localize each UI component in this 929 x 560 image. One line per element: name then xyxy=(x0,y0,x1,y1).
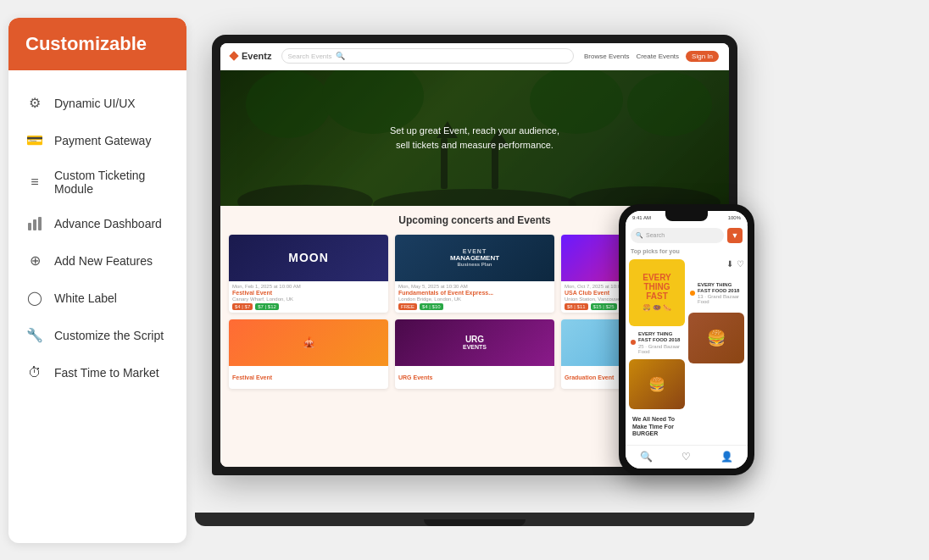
sidebar-item-advance-dashboard[interactable]: Advance Dashboard xyxy=(8,206,186,241)
event-card-4-info: Festival Event xyxy=(229,366,388,389)
phone-filter-button[interactable]: ▼ xyxy=(727,228,743,243)
svg-rect-0 xyxy=(28,223,31,230)
list-dot-orange xyxy=(690,291,695,296)
phone-list-item-2[interactable]: EVERY THING FAST FOOD 2018 13 · Grand Ba… xyxy=(688,280,744,306)
phone-right-col: ⬇ ♡ EVERY THING FAST FOOD 2018 xyxy=(688,259,744,441)
phone-burger-text: We All Need To Make Time For BURGER xyxy=(629,413,685,441)
phone-featured-card[interactable]: EVERYTHINGFAST 🍔 🍩 🌭 xyxy=(629,259,685,327)
phone-burger-image: 🍔 xyxy=(629,359,685,410)
sidebar-item-payment-gateway[interactable]: 💳 Payment Gateway xyxy=(8,123,186,158)
event-name: Festival Event xyxy=(232,374,385,380)
website-navbar: Eventz Search Events 🔍 Browse Events Cre… xyxy=(220,43,729,70)
ticket-icon: ≡ xyxy=(25,173,44,191)
left-panel: Customizable ⚙ Dynamic UI/UX 💳 Payment G… xyxy=(8,18,186,543)
event-location xyxy=(232,381,385,386)
phone-search-input[interactable]: 🔍 Search xyxy=(631,228,724,243)
event-name: URG Events xyxy=(398,374,551,380)
browse-events-link[interactable]: Browse Events xyxy=(584,53,629,60)
phone-search-bar: 🔍 Search ▼ xyxy=(626,225,748,247)
burger-title: We All Need To Make Time For BURGER xyxy=(632,416,681,437)
event-card-5-image: URG EVENTS xyxy=(395,319,554,366)
list-dot-red xyxy=(631,340,636,345)
event-date xyxy=(398,369,551,374)
hero-line1: Set up great Event, reach your audience, xyxy=(390,124,559,138)
sidebar-item-label: Fast Time to Market xyxy=(54,366,159,380)
event-price: $4 | $7 $7 | $12 xyxy=(232,303,385,310)
list-item-2-title: EVERY THING FAST FOOD 2018 xyxy=(698,282,743,294)
laptop-base xyxy=(195,513,754,526)
sidebar-item-dynamic-ui[interactable]: ⚙ Dynamic UI/UX xyxy=(8,86,186,121)
event-card-2-info: Mon, May 5, 2025 at 10:30 AM Fundamental… xyxy=(395,281,554,313)
filter-icon: ▼ xyxy=(732,231,739,240)
sidebar-item-label: Advance Dashboard xyxy=(54,217,162,230)
phone-heart-nav-icon[interactable]: ♡ xyxy=(681,451,691,463)
phone-body: 9:41 AM 100% 🔍 Search ▼ To xyxy=(619,204,754,475)
phone-notch xyxy=(665,211,708,221)
gear-icon: ⚙ xyxy=(25,94,44,113)
phone-bottom-nav: 🔍 ♡ 👤 xyxy=(626,445,748,469)
phone-person-nav-icon[interactable]: 👤 xyxy=(720,451,733,463)
laptop-mockup: Eventz Search Events 🔍 Browse Events Cre… xyxy=(212,35,737,526)
phone-burger2-image: 🍔 xyxy=(688,313,744,363)
svg-rect-1 xyxy=(33,219,36,230)
event-card-5-info: URG Events xyxy=(395,366,554,389)
creditcard-icon: 💳 xyxy=(25,131,44,150)
download-icon[interactable]: ⬇ xyxy=(726,259,733,269)
event-card-5[interactable]: URG EVENTS URG Events xyxy=(395,319,554,389)
event-card-2[interactable]: EVENT MANAGEMENT Business Plan Mon, May … xyxy=(395,235,554,313)
sign-in-button[interactable]: Sign In xyxy=(686,51,719,62)
event-card-4[interactable]: 🎪 Festival Event xyxy=(229,319,388,389)
sidebar-item-fast-to-market[interactable]: ⏱ Fast Time to Market xyxy=(8,355,186,391)
search-icon: 🔍 xyxy=(336,52,345,60)
sidebar-item-custom-ticketing[interactable]: ≡ Custom Ticketing Module xyxy=(8,160,186,204)
event-card-1[interactable]: MOON Mon, Feb 1, 2025 at 10:00 AM Festiv… xyxy=(229,235,388,313)
hero-line2: sell tickets and measure performance. xyxy=(390,138,559,152)
panel-header-title: Customizable xyxy=(25,33,147,54)
create-events-link[interactable]: Create Events xyxy=(636,53,679,60)
event-card-1-image: MOON xyxy=(229,235,388,281)
nav-links: Browse Events Create Events Sign In xyxy=(584,51,719,62)
event-date xyxy=(232,369,385,374)
site-search-bar[interactable]: Search Events 🔍 xyxy=(281,48,574,64)
event-date: Mon, Feb 1, 2025 at 10:00 AM xyxy=(232,284,385,289)
site-logo: Eventz xyxy=(231,51,271,61)
heart-icon[interactable]: ♡ xyxy=(737,259,744,269)
wrench-icon: 🔧 xyxy=(25,326,44,345)
main-area: Eventz Search Events 🔍 Browse Events Cre… xyxy=(186,0,929,560)
sidebar-item-label: Custom Ticketing Module xyxy=(54,169,170,196)
sidebar-item-add-features[interactable]: ⊕ Add New Features xyxy=(8,243,186,279)
search-placeholder-text: Search Events xyxy=(287,53,331,60)
event-card-4-image: 🎪 xyxy=(229,319,388,366)
sidebar-item-white-label[interactable]: ◯ White Label xyxy=(8,280,186,316)
panel-items-list: ⚙ Dynamic UI/UX 💳 Payment Gateway ≡ Cust… xyxy=(8,70,186,399)
sidebar-item-label: Payment Gateway xyxy=(54,134,151,147)
circle-icon: ◯ xyxy=(25,289,44,308)
sidebar-item-label: Dynamic UI/UX xyxy=(54,97,136,110)
site-logo-text: Eventz xyxy=(242,51,271,61)
sidebar-item-customize-script[interactable]: 🔧 Customize the Script xyxy=(8,318,186,353)
event-location: London Bridge, London, UK xyxy=(398,297,551,302)
phone-content: EVERYTHINGFAST 🍔 🍩 🌭 xyxy=(626,256,748,445)
hero-text: Set up great Event, reach your audience,… xyxy=(390,124,559,152)
sidebar-item-label: White Label xyxy=(54,291,117,305)
event-location xyxy=(398,381,551,386)
phone-mockup: 9:41 AM 100% 🔍 Search ▼ To xyxy=(619,204,754,475)
event-location: Canary Wharf, London, UK xyxy=(232,297,385,302)
search-icon-small: 🔍 xyxy=(636,232,643,239)
phone-section-title: Top picks for you xyxy=(626,247,748,256)
phone-search-placeholder: Search xyxy=(646,232,665,238)
sidebar-item-label: Customize the Script xyxy=(54,329,164,342)
phone-battery: 100% xyxy=(728,215,741,220)
phone-list-item-1[interactable]: EVERY THING FAST FOOD 2018 25 · Grand Ba… xyxy=(629,330,685,355)
phone-search-nav-icon[interactable]: 🔍 xyxy=(640,451,653,463)
list-item-2-num-venue: 13 · Grand Bazaar Food xyxy=(698,294,743,304)
logo-diamond-icon xyxy=(229,51,238,60)
event-date: Mon, May 5, 2025 at 10:30 AM xyxy=(398,284,551,289)
clock-icon: ⏱ xyxy=(25,363,44,382)
phone-time: 9:41 AM xyxy=(632,215,651,220)
phone-screen: 9:41 AM 100% 🔍 Search ▼ To xyxy=(626,211,748,469)
phone-card-title: EVERYTHINGFAST xyxy=(632,273,681,301)
list-item-num-venue: 25 · Grand Bazaar Food xyxy=(638,344,683,354)
hero-section: Set up great Event, reach your audience,… xyxy=(220,70,729,206)
sidebar-item-label: Add New Features xyxy=(54,254,153,268)
